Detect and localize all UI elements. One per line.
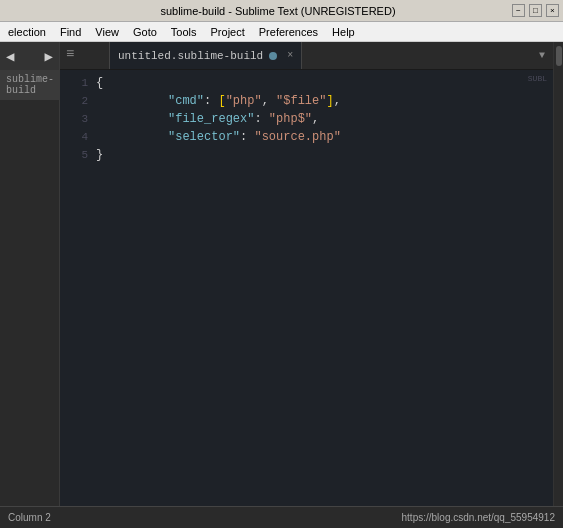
menu-goto[interactable]: Goto — [127, 22, 163, 41]
status-bar: Column 2 https://blog.csdn.net/qq_559549… — [0, 506, 563, 528]
title-bar: sublime-build - Sublime Text (UNREGISTER… — [0, 0, 563, 22]
main-area: ◀ ▶ sublime-build ≡ untitled.sublime-bui… — [0, 42, 563, 506]
line-number-2: 2 — [60, 95, 96, 107]
tab-modified-dot — [269, 52, 277, 60]
line-number-3: 3 — [60, 113, 96, 125]
active-tab[interactable]: untitled.sublime-build × — [110, 42, 302, 69]
close-button[interactable]: × — [546, 4, 559, 17]
line-number-5: 5 — [60, 149, 96, 161]
tab-list-icon[interactable]: ≡ — [60, 42, 109, 66]
code-editor[interactable]: SUBL 1 { 2 "cmd": ["php", "$file"], 3 "f… — [60, 70, 553, 506]
tab-close-button[interactable]: × — [287, 50, 293, 61]
sidebar-file-item[interactable]: sublime-build — [0, 70, 59, 100]
status-position: Column 2 — [8, 512, 51, 523]
menu-project[interactable]: Project — [205, 22, 251, 41]
menu-view[interactable]: View — [89, 22, 125, 41]
active-tab-label: untitled.sublime-build — [118, 50, 263, 62]
tab-spacer: ≡ — [60, 42, 110, 69]
status-url: https://blog.csdn.net/qq_55954912 — [402, 512, 555, 523]
line-number-1: 1 — [60, 77, 96, 89]
scrollbar-thumb[interactable] — [556, 46, 562, 66]
menu-tools[interactable]: Tools — [165, 22, 203, 41]
menu-find[interactable]: Find — [54, 22, 87, 41]
editor-watermark: SUBL — [528, 74, 547, 83]
line-number-4: 4 — [60, 131, 96, 143]
window-title: sublime-build - Sublime Text (UNREGISTER… — [44, 5, 512, 17]
code-line-4: 4 "selector": "source.php" — [60, 128, 553, 146]
editor-area: ≡ untitled.sublime-build × ▼ SUBL 1 { 2 … — [60, 42, 553, 506]
tab-bar: ≡ untitled.sublime-build × ▼ — [60, 42, 553, 70]
minimize-button[interactable]: − — [512, 4, 525, 17]
scrollbar[interactable] — [553, 42, 563, 506]
menu-bar: election Find View Goto Tools Project Pr… — [0, 22, 563, 42]
maximize-button[interactable]: □ — [529, 4, 542, 17]
sidebar-header: ◀ ▶ — [0, 42, 59, 70]
window-controls: − □ × — [512, 4, 559, 17]
line-content-5: } — [96, 148, 103, 162]
menu-selection[interactable]: election — [2, 22, 52, 41]
menu-preferences[interactable]: Preferences — [253, 22, 324, 41]
sidebar: ◀ ▶ sublime-build — [0, 42, 60, 506]
nav-forward-button[interactable]: ▶ — [43, 48, 55, 65]
menu-help[interactable]: Help — [326, 22, 361, 41]
line-content-4: "selector": "source.php" — [96, 116, 341, 158]
nav-back-button[interactable]: ◀ — [4, 48, 16, 65]
tab-dropdown-button[interactable]: ▼ — [531, 42, 553, 69]
